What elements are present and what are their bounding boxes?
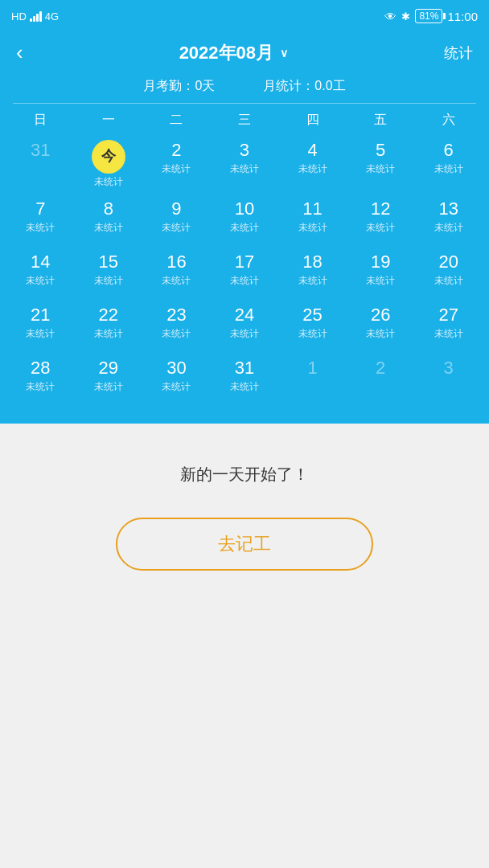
cal-cell-4[interactable]: 4 未统计 (278, 137, 347, 192)
stats-button[interactable]: 统计 (444, 43, 473, 63)
cal-cell-6[interactable]: 6 未统计 (414, 137, 483, 192)
cal-cell-22[interactable]: 22 未统计 (75, 301, 143, 351)
dow-wed: 三 (211, 112, 279, 129)
cal-cell-9[interactable]: 9 未统计 (142, 195, 211, 245)
bottom-section: 新的一天开始了！ 去记工 (0, 424, 489, 745)
dow-thu: 四 (278, 112, 347, 129)
status-left: HD 4G (11, 10, 59, 23)
cal-cell-26[interactable]: 26 未统计 (347, 301, 415, 351)
cal-cell-17[interactable]: 17 未统计 (211, 248, 279, 298)
monthly-attendance: 月考勤：0天 (143, 78, 215, 95)
cal-cell-30[interactable]: 30 未统计 (142, 354, 211, 404)
cal-cell-16[interactable]: 16 未统计 (142, 248, 211, 298)
network-type: 4G (45, 10, 59, 23)
cal-cell-14[interactable]: 14 未统计 (6, 248, 75, 298)
eye-icon: 👁 (384, 10, 397, 23)
cal-cell-21[interactable]: 21 未统计 (6, 301, 75, 351)
month-title: 2022年08月 (179, 41, 273, 65)
cal-cell-31[interactable]: 31 未统计 (211, 354, 279, 404)
signal-bars (30, 10, 42, 22)
cal-cell-12[interactable]: 12 未统计 (347, 195, 415, 245)
summary-row: 月考勤：0天 月统计：0.0工 (13, 73, 476, 104)
bluetooth-icon: ✱ (401, 10, 410, 23)
cal-cell-27[interactable]: 27 未统计 (414, 301, 483, 351)
bottom-message: 新的一天开始了！ (180, 464, 309, 485)
day-of-week-header: 日 一 二 三 四 五 六 (0, 104, 489, 133)
status-right: 👁 ✱ 81% 11:00 (384, 9, 478, 23)
dow-fri: 五 (347, 112, 415, 129)
cal-cell-today[interactable]: 今 未统计 (75, 137, 143, 192)
back-button[interactable]: ‹ (16, 40, 23, 65)
dow-sun: 日 (6, 112, 75, 129)
cal-cell-prev-31[interactable]: 31 (6, 137, 75, 192)
cal-cell-next-1[interactable]: 1 (278, 354, 347, 404)
cal-cell-5[interactable]: 5 未统计 (347, 137, 415, 192)
cal-cell-23[interactable]: 23 未统计 (142, 301, 211, 351)
cal-cell-29[interactable]: 29 未统计 (75, 354, 143, 404)
cal-cell-13[interactable]: 13 未统计 (414, 195, 483, 245)
cal-cell-8[interactable]: 8 未统计 (75, 195, 143, 245)
monthly-total: 月统计：0.0工 (263, 78, 345, 95)
cal-cell-11[interactable]: 11 未统计 (278, 195, 347, 245)
cal-cell-15[interactable]: 15 未统计 (75, 248, 143, 298)
month-title-container[interactable]: 2022年08月 ∨ (179, 41, 288, 65)
dropdown-arrow-icon: ∨ (280, 47, 288, 59)
battery-icon: 81% (415, 9, 442, 23)
cal-cell-28[interactable]: 28 未统计 (6, 354, 75, 404)
dow-tue: 二 (142, 112, 211, 129)
cal-cell-19[interactable]: 19 未统计 (347, 248, 415, 298)
hd-label: HD (11, 10, 27, 23)
cal-cell-next-2[interactable]: 2 (347, 354, 415, 404)
cal-cell-18[interactable]: 18 未统计 (278, 248, 347, 298)
cal-cell-7[interactable]: 7 未统计 (6, 195, 75, 245)
cal-cell-10[interactable]: 10 未统计 (211, 195, 279, 245)
dow-mon: 一 (75, 112, 143, 129)
dow-sat: 六 (414, 112, 483, 129)
cal-cell-25[interactable]: 25 未统计 (278, 301, 347, 351)
cal-cell-2[interactable]: 2 未统计 (142, 137, 211, 192)
action-button[interactable]: 去记工 (116, 518, 373, 571)
status-bar: HD 4G 👁 ✱ 81% 11:00 (0, 0, 489, 32)
calendar-section: ‹ 2022年08月 ∨ 统计 月考勤：0天 月统计：0.0工 日 一 二 三 … (0, 32, 489, 424)
cal-cell-20[interactable]: 20 未统计 (414, 248, 483, 298)
calendar-grid: 31 今 未统计 2 未统计 3 未统计 4 未统计 5 未统计 6 未统计 7 (0, 133, 489, 411)
cal-cell-3[interactable]: 3 未统计 (211, 137, 279, 192)
calendar-header: ‹ 2022年08月 ∨ 统计 (0, 32, 489, 73)
cal-cell-next-3[interactable]: 3 (414, 354, 483, 404)
time-display: 11:00 (447, 10, 478, 23)
cal-cell-24[interactable]: 24 未统计 (211, 301, 279, 351)
